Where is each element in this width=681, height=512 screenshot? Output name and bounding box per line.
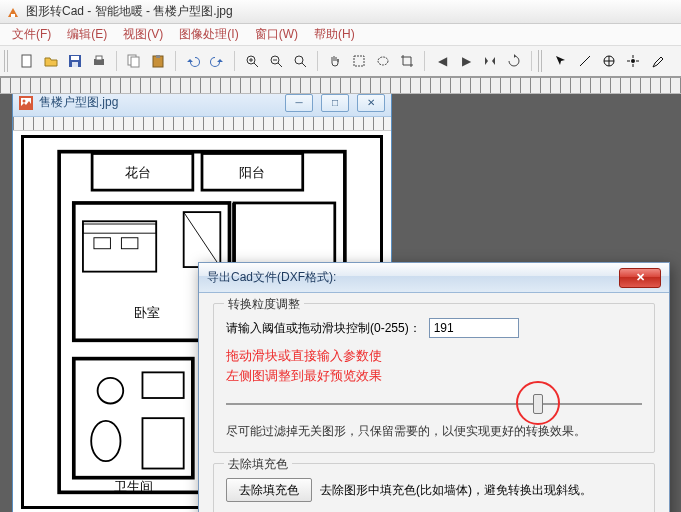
undo-icon[interactable] [182,50,204,72]
threshold-input[interactable] [429,318,519,338]
dialog-body: 转换粒度调整 请输入阈值或拖动滑块控制(0-255)： 拖动滑块或直接输入参数使… [199,293,669,512]
svg-point-17 [631,59,635,63]
flip-h-icon[interactable] [479,50,501,72]
toolbar-grip [538,50,544,72]
maximize-button[interactable]: □ [321,94,349,112]
svg-rect-6 [96,56,102,60]
paste-icon[interactable] [147,50,169,72]
close-button[interactable]: ✕ [357,94,385,112]
dialog-close-button[interactable]: ✕ [619,268,661,288]
image-icon [19,96,33,110]
hand-icon[interactable] [324,50,346,72]
group-granularity: 转换粒度调整 请输入阈值或拖动滑块控制(0-255)： 拖动滑块或直接输入参数使… [213,303,655,453]
svg-point-13 [295,56,303,64]
zoom-in-icon[interactable] [241,50,263,72]
group-granularity-legend: 转换粒度调整 [224,296,304,313]
separator [531,51,532,71]
svg-rect-3 [71,56,79,60]
separator [116,51,117,71]
svg-point-15 [378,57,388,65]
separator [424,51,425,71]
zoom-fit-icon[interactable] [289,50,311,72]
menubar: 文件(F) 编辑(E) 视图(V) 图像处理(I) 窗口(W) 帮助(H) [0,24,681,46]
minimize-button[interactable]: ─ [285,94,313,112]
child-window-title: 售楼户型图.jpg [39,94,277,111]
toolbar: ◀ ▶ [0,46,681,78]
separator [317,51,318,71]
svg-rect-4 [72,62,78,67]
workspace: 售楼户型图.jpg ─ □ ✕ 花台 阳台 [0,82,681,512]
export-dialog: 导出Cad文件(DXF格式): ✕ 转换粒度调整 请输入阈值或拖动滑块控制(0-… [198,262,670,512]
app-title: 图形转Cad - 智能地暖 - 售楼户型图.jpg [26,3,233,20]
arrow-tool-icon[interactable] [550,50,572,72]
separator [175,51,176,71]
select-rect-icon[interactable] [348,50,370,72]
app-titlebar: 图形转Cad - 智能地暖 - 售楼户型图.jpg [0,0,681,24]
svg-rect-1 [22,55,31,67]
crop-icon[interactable] [396,50,418,72]
group-remove-fill-legend: 去除填充色 [224,456,292,473]
slider-track [226,403,642,405]
remove-fill-desc: 去除图形中填充色(比如墙体)，避免转换出现斜线。 [320,482,592,499]
eyedropper-icon[interactable] [646,50,668,72]
menu-image[interactable]: 图像处理(I) [171,24,246,45]
annotation-text: 拖动滑块或直接输入参数使 左侧图调整到最好预览效果 [226,346,642,385]
print-icon[interactable] [88,50,110,72]
label-yangtai: 阳台 [239,165,265,180]
remove-fill-button[interactable]: 去除填充色 [226,478,312,502]
svg-rect-10 [156,55,160,58]
rotate-icon[interactable] [503,50,525,72]
label-huatai: 花台 [125,165,151,180]
menu-file[interactable]: 文件(F) [4,24,59,45]
slider-thumb[interactable] [533,394,543,414]
dialog-titlebar[interactable]: 导出Cad文件(DXF格式): ✕ [199,263,669,293]
threshold-slider[interactable] [226,391,642,417]
menu-edit[interactable]: 编辑(E) [59,24,115,45]
svg-rect-0 [11,14,15,17]
child-ruler [13,117,391,131]
select-ellipse-icon[interactable] [372,50,394,72]
redo-icon[interactable] [206,50,228,72]
dialog-title: 导出Cad文件(DXF格式): [207,269,619,286]
line-tool-icon[interactable] [574,50,596,72]
save-icon[interactable] [64,50,86,72]
adjust-icon[interactable] [598,50,620,72]
svg-point-20 [23,99,26,102]
label-wsj: 卫生间 [114,479,153,494]
copy-icon[interactable] [123,50,145,72]
app-icon [6,5,20,19]
label-woshi: 卧室 [134,305,160,320]
svg-rect-8 [131,57,139,67]
ruler-horizontal [0,78,681,94]
granularity-hint: 尽可能过滤掉无关图形，只保留需要的，以便实现更好的转换效果。 [226,423,642,440]
menu-window[interactable]: 窗口(W) [247,24,306,45]
arrow-right-icon[interactable]: ▶ [455,50,477,72]
open-icon[interactable] [40,50,62,72]
menu-help[interactable]: 帮助(H) [306,24,363,45]
menu-view[interactable]: 视图(V) [115,24,171,45]
threshold-label: 请输入阈值或拖动滑块控制(0-255)： [226,320,421,337]
new-icon[interactable] [16,50,38,72]
target-icon[interactable] [622,50,644,72]
separator [234,51,235,71]
toolbar-grip [4,50,10,72]
group-remove-fill: 去除填充色 去除填充色 去除图形中填充色(比如墙体)，避免转换出现斜线。 [213,463,655,512]
arrow-left-icon[interactable]: ◀ [431,50,453,72]
svg-rect-14 [354,56,364,66]
zoom-out-icon[interactable] [265,50,287,72]
